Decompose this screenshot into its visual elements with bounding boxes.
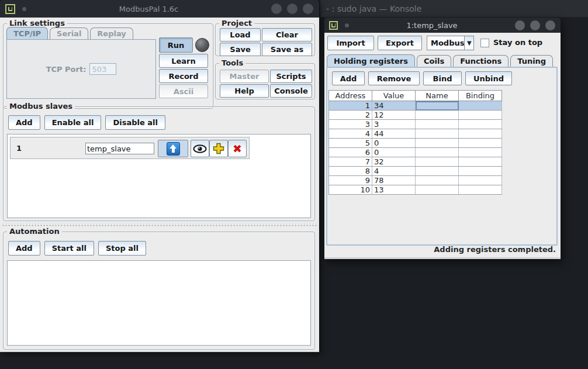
cell-address[interactable]: 2 xyxy=(329,111,372,120)
cell-binding[interactable] xyxy=(459,157,502,167)
col-header-name[interactable]: Name xyxy=(416,91,459,101)
clear-button[interactable]: Clear xyxy=(262,28,312,42)
close-button[interactable] xyxy=(545,20,555,30)
table-row[interactable]: 7 32 xyxy=(329,157,502,167)
help-button[interactable]: Help xyxy=(220,84,269,98)
import-button[interactable]: Import xyxy=(327,36,374,50)
protocol-dropdown[interactable]: Modbus ▼ xyxy=(427,36,474,50)
stop-all-button[interactable]: Stop all xyxy=(98,241,146,256)
cell-address[interactable]: 6 xyxy=(329,148,372,157)
cell-name[interactable] xyxy=(416,129,459,139)
cell-binding[interactable] xyxy=(459,176,502,185)
cell-value[interactable]: 0 xyxy=(372,148,416,157)
cell-binding[interactable] xyxy=(459,120,502,129)
start-all-button[interactable]: Start all xyxy=(44,241,94,256)
run-button[interactable]: Run xyxy=(159,37,193,53)
cell-name[interactable] xyxy=(416,139,459,148)
temp-slave-titlebar[interactable]: 1:temp_slave xyxy=(324,18,561,33)
close-button[interactable] xyxy=(303,4,313,14)
tcp-port-input[interactable] xyxy=(89,63,116,75)
cell-address[interactable]: 10 xyxy=(329,185,372,195)
cell-address[interactable]: 8 xyxy=(329,167,372,176)
maximize-button[interactable] xyxy=(287,4,298,14)
cell-value[interactable]: 34 xyxy=(372,101,416,111)
table-row[interactable]: 6 0 xyxy=(329,148,502,157)
cell-address[interactable]: 1 xyxy=(329,101,372,111)
col-header-address[interactable]: Address xyxy=(329,91,372,101)
tab-serial[interactable]: Serial xyxy=(50,27,88,40)
table-row[interactable]: 9 78 xyxy=(329,176,502,185)
cell-name[interactable] xyxy=(416,176,459,185)
slave-name-input[interactable] xyxy=(85,143,154,154)
tab-coils[interactable]: Coils xyxy=(417,55,451,67)
chevron-down-icon[interactable]: ▼ xyxy=(464,36,473,50)
cell-name[interactable] xyxy=(416,111,459,120)
cell-binding[interactable] xyxy=(459,148,502,157)
remove-register-button[interactable]: Remove xyxy=(368,71,420,85)
col-header-value[interactable]: Value xyxy=(372,91,416,101)
cell-address[interactable]: 7 xyxy=(329,157,372,167)
col-header-binding[interactable]: Binding xyxy=(459,91,502,101)
cell-address[interactable]: 9 xyxy=(329,176,372,185)
table-row[interactable]: 1 34 xyxy=(329,101,502,111)
load-button[interactable]: Load xyxy=(220,28,261,42)
stay-on-top-checkbox[interactable] xyxy=(480,39,489,47)
slave-enabled-toggle[interactable] xyxy=(158,140,188,157)
table-row[interactable]: 3 3 xyxy=(329,120,502,129)
cell-value[interactable]: 32 xyxy=(372,157,416,167)
table-row[interactable]: 4 44 xyxy=(329,129,502,139)
maximize-button[interactable] xyxy=(530,20,540,30)
disable-all-button[interactable]: Disable all xyxy=(105,115,165,130)
cell-address[interactable]: 3 xyxy=(329,120,372,129)
cell-name[interactable] xyxy=(416,167,459,176)
cell-value[interactable]: 0 xyxy=(372,139,416,148)
table-row[interactable]: 8 4 xyxy=(329,167,502,176)
unbind-button[interactable]: Unbind xyxy=(465,71,512,85)
cell-name[interactable] xyxy=(416,157,459,167)
cell-value[interactable]: 78 xyxy=(372,176,416,185)
console-button[interactable]: Console xyxy=(270,84,312,98)
bind-button[interactable]: Bind xyxy=(423,71,462,85)
minimize-button[interactable] xyxy=(515,20,525,30)
save-button[interactable]: Save xyxy=(220,43,261,56)
cell-address[interactable]: 4 xyxy=(329,129,372,139)
tab-tcpip[interactable]: TCP/IP xyxy=(6,27,48,40)
tab-replay[interactable]: Replay xyxy=(90,27,133,40)
add-automation-entry-button[interactable]: Add xyxy=(8,241,40,256)
cell-value[interactable]: 3 xyxy=(372,120,416,129)
slave-row[interactable]: 1 xyxy=(10,137,250,159)
cell-name[interactable] xyxy=(416,185,459,195)
export-button[interactable]: Export xyxy=(378,36,422,50)
view-slave-button[interactable] xyxy=(191,140,209,157)
save-as-button[interactable]: Save as xyxy=(262,43,312,56)
table-row[interactable]: 5 0 xyxy=(329,139,502,148)
cell-binding[interactable] xyxy=(459,129,502,139)
scripts-button[interactable]: Scripts xyxy=(270,70,312,83)
tab-functions[interactable]: Functions xyxy=(453,55,509,67)
konsole-titlebar[interactable]: - : sudo java — Konsole xyxy=(320,0,588,17)
cell-value[interactable]: 4 xyxy=(372,167,416,176)
modbuspal-titlebar[interactable]: ModbusPal 1.6c xyxy=(0,0,319,18)
tab-holding-registers[interactable]: Holding registers xyxy=(327,54,415,67)
cell-binding[interactable] xyxy=(459,101,502,111)
table-row[interactable]: 2 12 xyxy=(329,111,502,120)
cell-binding[interactable] xyxy=(459,139,502,148)
cell-value[interactable]: 13 xyxy=(372,185,416,195)
add-slave-button[interactable]: Add xyxy=(8,115,40,130)
tab-tuning[interactable]: Tuning xyxy=(510,55,553,67)
cell-binding[interactable] xyxy=(459,167,502,176)
cell-name[interactable] xyxy=(416,101,459,111)
enable-all-button[interactable]: Enable all xyxy=(44,115,102,130)
record-button[interactable]: Record xyxy=(159,69,208,83)
add-automation-button[interactable] xyxy=(209,140,228,157)
add-register-button[interactable]: Add xyxy=(332,71,365,85)
cell-name[interactable] xyxy=(416,120,459,129)
learn-button[interactable]: Learn xyxy=(159,54,208,68)
cell-binding[interactable] xyxy=(459,111,502,120)
cell-name[interactable] xyxy=(416,148,459,157)
table-row[interactable]: 10 13 xyxy=(329,185,502,195)
cell-value[interactable]: 44 xyxy=(372,129,416,139)
cell-value[interactable]: 12 xyxy=(372,111,416,120)
minimize-button[interactable] xyxy=(271,4,282,14)
cell-binding[interactable] xyxy=(459,185,502,195)
